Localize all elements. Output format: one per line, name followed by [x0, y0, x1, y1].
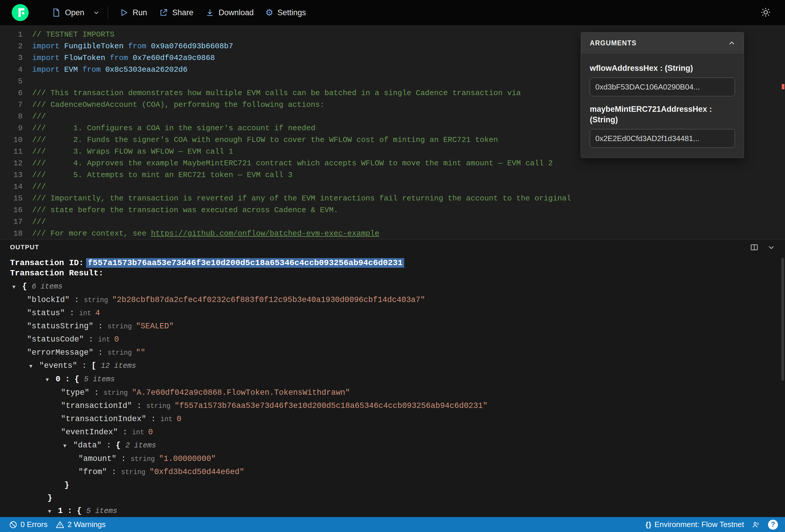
code-text: /// — [32, 216, 46, 228]
open-label: Open — [65, 8, 84, 17]
json-tree-row: "transactionId" : string "f557a1573b76aa… — [10, 400, 785, 413]
code-line[interactable]: 17/// — [0, 216, 785, 228]
line-number: 7 — [0, 99, 32, 110]
share-icon — [159, 8, 168, 17]
argument-label-maybemint: maybeMintERC721AddressHex : (String) — [590, 104, 730, 125]
status-bar: 0 Errors 2 Warnings {} Environment: Flow… — [0, 517, 785, 532]
line-number: 6 — [0, 87, 32, 99]
collapse-arrow-icon[interactable]: ▼ — [46, 373, 52, 386]
errors-indicator[interactable]: 0 Errors — [9, 520, 47, 529]
line-number: 13 — [0, 169, 32, 181]
app-window: Open Run Share Download ⚙ Settings 1// T… — [0, 0, 785, 532]
json-tree-row: "amount" : string "1.00000000" — [10, 452, 785, 465]
json-tree: ▼{ 6 items"blockId" : string "2b28cbfb87… — [10, 280, 785, 517]
line-number: 17 — [0, 216, 32, 228]
json-tree-row: } — [10, 491, 785, 505]
json-tree-row: ▼1 : { 5 items — [10, 505, 785, 517]
line-number: 16 — [0, 204, 32, 216]
help-icon[interactable]: ? — [768, 520, 778, 530]
open-button[interactable]: Open — [46, 5, 90, 20]
code-text: /// — [32, 181, 46, 193]
code-line[interactable]: 15/// Importantly, the transaction is re… — [0, 193, 785, 204]
download-label: Download — [219, 8, 254, 17]
run-button[interactable]: Run — [113, 5, 153, 20]
code-link[interactable]: https://github.com/onflow/batched-evm-ex… — [151, 229, 379, 238]
code-text: /// 3. Wraps FLOW as WFLOW — EVM call 1 — [32, 146, 233, 157]
argument-input-maybemint[interactable] — [590, 129, 735, 148]
line-number: 11 — [0, 146, 32, 157]
errors-label: 0 Errors — [21, 520, 47, 529]
environment-indicator[interactable]: {} Environment: Flow Testnet — [645, 520, 744, 529]
json-tree-row: "blockId" : string "2b28cbfb87da2cfec4f0… — [10, 294, 785, 307]
json-tree-row: "statusCode" : int 0 — [10, 333, 785, 346]
open-dropdown-button[interactable] — [90, 6, 102, 19]
line-number: 15 — [0, 193, 32, 204]
line-number: 9 — [0, 122, 32, 134]
line-number: 1 — [0, 29, 32, 41]
output-scrollbar[interactable] — [781, 258, 784, 381]
error-icon — [9, 520, 18, 529]
split-editor-icon[interactable] — [750, 243, 759, 252]
environment-label: Environment: Flow Testnet — [655, 520, 744, 529]
json-tree-row: "errorMessage" : string "" — [10, 346, 785, 359]
json-tree-row: ▼{ 6 items — [10, 280, 785, 294]
json-tree-row: "transactionIndex" : int 0 — [10, 413, 785, 426]
flow-logo — [12, 4, 29, 21]
collapse-arrow-icon[interactable]: ▼ — [29, 360, 36, 373]
code-text: /// 2. Funds the signer's COA with enoug… — [32, 134, 498, 146]
code-line[interactable]: 12/// 4. Approves the example MaybeMintE… — [0, 157, 785, 169]
theme-toggle-button[interactable] — [758, 5, 773, 21]
download-button[interactable]: Download — [199, 5, 260, 20]
share-button[interactable]: Share — [153, 5, 199, 20]
collapse-arrow-icon[interactable]: ▼ — [12, 281, 19, 294]
line-number: 4 — [0, 64, 32, 76]
code-text: /// For more context, see https://github… — [32, 228, 379, 239]
json-tree-row: "statusString" : string "SEALED" — [10, 320, 785, 333]
toolbar-divider — [108, 6, 108, 19]
code-text: /// 5. Attempts to mint an ERC721 token … — [32, 169, 293, 181]
settings-label: Settings — [277, 8, 306, 17]
code-text: /// 1. Configures a COA in the signer's … — [32, 122, 315, 134]
argument-input-wflow[interactable] — [590, 78, 735, 96]
arguments-header[interactable]: ARGUMENTS — [581, 32, 744, 54]
code-line[interactable]: 16/// state before the transaction was e… — [0, 204, 785, 216]
line-number: 8 — [0, 110, 32, 122]
download-icon — [205, 8, 214, 17]
warnings-label: 2 Warnings — [67, 520, 106, 529]
json-tree-row: } — [10, 479, 785, 491]
transaction-id-value[interactable]: f557a1573b76aa53e73d46f3e10d200d5c18a653… — [86, 258, 404, 268]
collapse-arrow-icon[interactable]: ▼ — [48, 505, 54, 517]
collapse-output-chevron-icon[interactable] — [767, 243, 776, 252]
feedback-icon[interactable] — [752, 520, 760, 529]
arguments-body: wflowAddressHex : (String) maybeMintERC7… — [581, 54, 744, 158]
transaction-id-line: Transaction ID:f557a1573b76aa53e73d46f3e… — [10, 258, 785, 268]
code-line[interactable]: 14/// — [0, 181, 785, 193]
code-text: // TESTNET IMPORTS — [32, 29, 115, 41]
settings-button[interactable]: ⚙ Settings — [260, 5, 312, 20]
code-text: /// state before the transaction was exe… — [32, 204, 338, 216]
arguments-title: ARGUMENTS — [590, 39, 637, 47]
warning-icon — [56, 520, 65, 529]
code-line[interactable]: 13/// 5. Attempts to mint an ERC721 toke… — [0, 169, 785, 181]
argument-field: maybeMintERC721AddressHex : (String) — [590, 104, 735, 148]
overview-ruler-warning-mark — [782, 84, 784, 89]
line-number: 12 — [0, 157, 32, 169]
chevron-up-icon[interactable] — [727, 39, 736, 48]
line-number: 10 — [0, 134, 32, 146]
share-label: Share — [172, 8, 194, 17]
output-header: OUTPUT — [0, 240, 785, 255]
warnings-indicator[interactable]: 2 Warnings — [56, 520, 106, 529]
json-tree-row: ▼"events" : [ 12 items — [10, 359, 785, 373]
output-title: OUTPUT — [10, 244, 39, 251]
code-text: import FungibleToken from 0x9a0766d93b66… — [32, 41, 233, 52]
collapse-arrow-icon[interactable]: ▼ — [63, 439, 70, 452]
json-tree-row: "type" : string "A.7e60df042a9c0868.Flow… — [10, 386, 785, 400]
json-tree-row: ▼0 : { 5 items — [10, 373, 785, 386]
json-tree-row: "eventIndex" : int 0 — [10, 426, 785, 439]
line-number: 5 — [0, 76, 32, 87]
braces-icon: {} — [645, 521, 652, 529]
code-line[interactable]: 18/// For more context, see https://gith… — [0, 228, 785, 239]
code-text: /// — [32, 110, 46, 122]
code-text: /// Importantly, the transaction is reve… — [32, 193, 571, 204]
transaction-result-label: Transaction Result: — [10, 269, 103, 278]
